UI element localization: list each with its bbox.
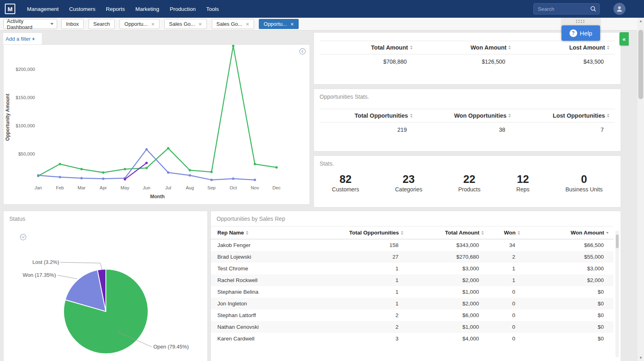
- table-row-nathan-cenovski[interactable]: Nathan Cenovski2$1,0000$0: [211, 321, 613, 333]
- tab-search-1[interactable]: Search: [89, 19, 115, 29]
- x-tick-label: Mar: [78, 185, 86, 190]
- tab-close-icon[interactable]: ×: [291, 21, 294, 27]
- sort-icon: [410, 46, 413, 50]
- column-header-total-amount[interactable]: Total Amount: [320, 41, 418, 54]
- table-row-stephanie-belina[interactable]: Stephanie Belina1$1,0000$0: [211, 286, 613, 298]
- page-scrollbar-thumb[interactable]: [638, 30, 643, 99]
- x-tick-label: Jul: [165, 185, 171, 190]
- user-avatar[interactable]: [613, 3, 625, 15]
- column-header-total-opportunities[interactable]: Total Opportunities: [320, 109, 418, 122]
- y-tick-label: $200,000: [16, 67, 35, 72]
- nav-item-tools[interactable]: Tools: [201, 0, 224, 18]
- column-header-won-amount[interactable]: Won Amount: [418, 41, 517, 54]
- table-row-test-chrome[interactable]: Test Chrome1$3,0001$3,000: [211, 263, 613, 274]
- column-header-label: Won: [504, 230, 516, 236]
- table-scrollbar[interactable]: [615, 230, 619, 357]
- expand-sidebar-button[interactable]: «: [619, 32, 629, 46]
- tab-close-icon[interactable]: ×: [151, 21, 155, 27]
- nav-item-reports[interactable]: Reports: [101, 0, 130, 18]
- column-header-lost-amount[interactable]: Lost Amount: [516, 41, 615, 54]
- data-point-purple-series: [124, 178, 126, 180]
- status-panel: Status Lost (3.2%)Won (17.35%)Open (79.4…: [3, 211, 208, 361]
- app-logo[interactable]: M: [5, 4, 15, 14]
- cell-won: 0: [489, 333, 525, 344]
- table-body: Jakob Fenger158$343,00034$66,500Brad Loj…: [211, 239, 613, 345]
- cell-won-amount: $0: [525, 321, 613, 333]
- data-point-blue-series: [37, 174, 39, 176]
- line-series-purple-series: [125, 163, 147, 179]
- cell-total-opportunities: 1: [332, 286, 408, 298]
- opp-stats-value-row: 219387: [320, 122, 615, 133]
- tab-label: Opportu...: [124, 21, 148, 27]
- panel-title: Stats.: [314, 156, 621, 167]
- cell-won-amount: $0: [525, 286, 613, 298]
- nav-item-production[interactable]: Production: [165, 0, 201, 18]
- tab-label: Opportu...: [264, 21, 287, 27]
- tab-bar: Activity Dashboard InboxSearchOpportu...…: [0, 18, 644, 31]
- column-header-won-opportunities[interactable]: Won Opportunities: [418, 109, 517, 122]
- chart-collapse-icon[interactable]: [299, 48, 306, 55]
- cell-won-amount: $0: [525, 309, 613, 321]
- help-button[interactable]: ? Help: [561, 25, 600, 41]
- data-point-blue-series: [232, 178, 234, 180]
- tab-sales-go-4[interactable]: Sales Go...×: [212, 19, 254, 29]
- column-header-won[interactable]: Won: [489, 226, 525, 239]
- question-icon: ?: [570, 29, 577, 37]
- cell-won: 0: [489, 298, 525, 309]
- value-lost-opportunities: 7: [516, 122, 615, 133]
- dashboard-selector[interactable]: Activity Dashboard: [3, 19, 57, 29]
- tab-close-icon[interactable]: ×: [246, 21, 249, 27]
- pie-label-won-17-35: Won (17.35%): [23, 272, 56, 278]
- tab-inbox-0[interactable]: Inbox: [61, 19, 84, 29]
- add-filter-button[interactable]: Add a filter+: [6, 36, 35, 42]
- table-row-stephan-lattorff[interactable]: Stephan Lattorff2$6,0000$0: [211, 309, 613, 321]
- scroll-down-arrow[interactable]: ▼: [638, 355, 644, 361]
- page-scrollbar[interactable]: ▲ ▼: [638, 18, 644, 361]
- nav-item-management[interactable]: Management: [22, 0, 64, 18]
- value-won-opportunities: 38: [418, 122, 517, 133]
- header-inner: Total Amount: [413, 230, 484, 236]
- column-header-won-amount[interactable]: Won Amount: [525, 226, 613, 239]
- tab-opportu-5[interactable]: Opportu...×: [259, 19, 299, 29]
- cell-won-amount: $55,000: [525, 251, 613, 263]
- column-header-label: Lost Opportunities: [553, 112, 605, 119]
- scroll-up-arrow[interactable]: ▲: [638, 18, 644, 24]
- column-header-rep-name[interactable]: Rep Name: [211, 226, 332, 239]
- table-row-karen-cardwell[interactable]: Karen Cardwell3$4,0000$0: [211, 333, 613, 344]
- help-drag-handle[interactable]: [561, 18, 601, 25]
- table-row-brad-lojewski[interactable]: Brad Lojewski27$270,6802$55,000: [211, 251, 613, 263]
- cell-total-amount: $4,000: [408, 333, 489, 344]
- nav-item-marketing[interactable]: Marketing: [130, 0, 164, 18]
- sort-icon: [606, 232, 609, 234]
- stat-item-customers: 82Customers: [332, 173, 359, 193]
- nav-item-customers[interactable]: Customers: [64, 0, 101, 18]
- pie-label-lost-3-2: Lost (3.2%): [33, 259, 59, 265]
- table-scrollbar-thumb[interactable]: [616, 234, 619, 248]
- search-icon[interactable]: [590, 6, 597, 12]
- tab-close-icon[interactable]: ×: [198, 21, 202, 27]
- data-point-green-series: [189, 169, 191, 172]
- opp-stats-table: Total OpportunitiesWon OpportunitiesLost…: [320, 109, 615, 133]
- column-header-lost-opportunities[interactable]: Lost Opportunities: [516, 109, 615, 122]
- cell-won: 34: [489, 239, 525, 251]
- tab-opportu-2[interactable]: Opportu...×: [120, 19, 159, 29]
- x-tick-label: Jan: [35, 185, 42, 190]
- tab-sales-go-3[interactable]: Sales Go...×: [164, 19, 207, 29]
- filter-bar: Add a filter+: [3, 33, 42, 44]
- tab-label: Sales Go...: [217, 21, 242, 27]
- cell-won-amount: $66,500: [525, 239, 613, 251]
- header-inner: Won: [493, 230, 520, 236]
- data-point-green-series: [59, 163, 61, 165]
- column-header-total-opportunities[interactable]: Total Opportunities: [332, 226, 408, 239]
- table-row-rachel-rockwell[interactable]: Rachel Rockwell1$2,0001$2,000: [211, 274, 613, 286]
- column-header-total-amount[interactable]: Total Amount: [408, 226, 489, 239]
- table-row-jon-ingleton[interactable]: Jon Ingleton1$2,0000$0: [211, 298, 613, 309]
- column-header-label: Rep Name: [217, 230, 244, 236]
- data-point-green-series: [211, 171, 213, 173]
- y-tick-label: $50,000: [18, 151, 35, 156]
- tab-list: InboxSearchOpportu...×Sales Go...×Sales …: [61, 19, 299, 29]
- cell-won: 0: [489, 286, 525, 298]
- cell-total-opportunities: 1: [332, 274, 408, 286]
- cell-total-opportunities: 1: [332, 263, 408, 274]
- table-row-jakob-fenger[interactable]: Jakob Fenger158$343,00034$66,500: [211, 239, 613, 251]
